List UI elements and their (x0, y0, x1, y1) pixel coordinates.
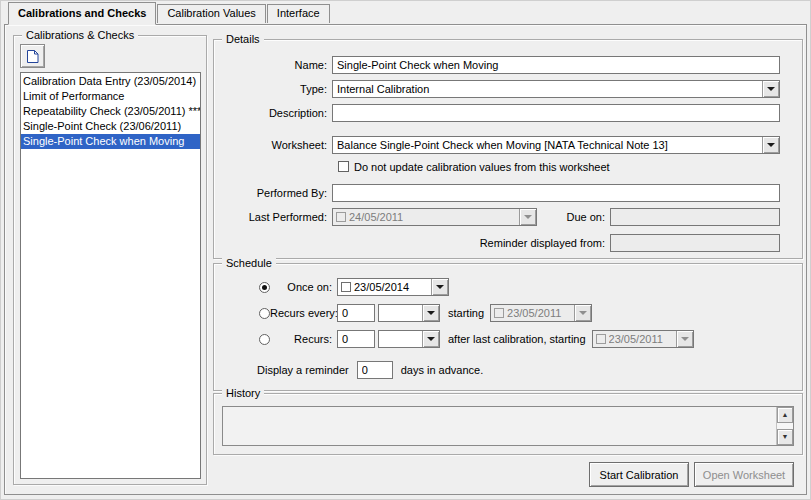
details-group-title: Details (222, 32, 264, 46)
list-item[interactable]: Repeatability Check (23/05/2011) *** (21, 104, 200, 119)
reminder-after-label: days in advance. (401, 364, 484, 376)
date-enable-checkbox-icon (596, 334, 606, 344)
list-item[interactable]: Limit of Performance (21, 89, 200, 104)
description-row: Description: (214, 104, 780, 122)
once-on-label: Once on: (270, 281, 337, 293)
scroll-up-button[interactable]: ▲ (777, 407, 793, 423)
chevron-down-icon (579, 311, 587, 315)
recurs-unit-dropdown-button[interactable] (422, 331, 439, 347)
reminder-before-label: Display a reminder (257, 364, 349, 376)
recurs-every-unit-select[interactable] (378, 304, 440, 322)
new-document-icon (26, 49, 39, 64)
schedule-group: Schedule Once on: 23/05/2014 Recurs ever… (213, 263, 803, 391)
scroll-down-icon: ▼ (782, 433, 789, 440)
new-calibration-button[interactable] (20, 44, 45, 68)
tab-page: Calibrations & Checks Calibration Data E… (4, 24, 807, 495)
recurs-every-starting-dropdown-button (574, 305, 591, 321)
last-performed-value: 24/05/2011 (349, 211, 519, 223)
recurs-every-starting-datepicker: 23/05/2011 (490, 304, 592, 322)
recurs-row: Recurs: after last calibration, starting… (214, 330, 780, 348)
worksheet-value: Balance Single-Point Check when Moving [… (333, 137, 762, 153)
worksheet-row: Worksheet: Balance Single-Point Check wh… (214, 136, 780, 154)
type-dropdown-button[interactable] (762, 81, 779, 97)
recurs-every-label: Recurs every: (270, 307, 337, 319)
type-row: Type: Internal Calibration (214, 80, 780, 98)
recurs-every-radio[interactable] (259, 308, 270, 319)
tab-label: Interface (277, 7, 320, 19)
last-performed-dropdown-button (519, 209, 536, 225)
after-last-calibration-label: after last calibration, starting (448, 333, 586, 345)
calibration-window: { "tabs": [ { "label": "Calibrations and… (0, 0, 811, 500)
reminder-displayed-input (610, 234, 780, 252)
recurs-every-unit-value (379, 305, 422, 321)
calibrations-checks-group: Calibrations & Checks Calibration Data E… (13, 35, 207, 485)
list-item[interactable]: Calibration Data Entry (23/05/2014) (21, 74, 200, 89)
tab-label: Calibrations and Checks (18, 7, 146, 19)
schedule-group-title: Schedule (222, 256, 276, 270)
history-scrollbar[interactable]: ▲ ▼ (776, 407, 793, 445)
chevron-down-icon (681, 337, 689, 341)
once-on-radio[interactable] (259, 282, 270, 293)
list-item-selected[interactable]: Single-Point Check when Moving (21, 134, 200, 149)
history-content (225, 409, 773, 443)
chevron-down-icon (524, 215, 532, 219)
once-on-row: Once on: 23/05/2014 (214, 278, 780, 296)
recurs-unit-value (379, 331, 422, 347)
no-update-checkbox[interactable] (338, 161, 349, 172)
calibrations-list[interactable]: Calibration Data Entry (23/05/2014) Limi… (20, 72, 201, 479)
scroll-up-icon: ▲ (782, 411, 789, 418)
performed-by-input[interactable] (332, 184, 780, 202)
history-box: ▲ ▼ (222, 406, 794, 446)
calibrations-checks-group-title: Calibrations & Checks (22, 28, 138, 42)
worksheet-dropdown-button[interactable] (762, 137, 779, 153)
worksheet-select[interactable]: Balance Single-Point Check when Moving [… (332, 136, 780, 154)
type-label: Type: (214, 83, 332, 95)
name-label: Name: (214, 59, 332, 71)
chevron-down-icon (767, 143, 775, 147)
chevron-down-icon (767, 87, 775, 91)
reminder-displayed-label: Reminder displayed from: (214, 237, 610, 249)
due-on-input (610, 208, 780, 226)
recurs-every-unit-dropdown-button[interactable] (422, 305, 439, 321)
open-worksheet-button[interactable]: Open Worksheet (694, 462, 794, 487)
recurs-every-row: Recurs every: starting 23/05/2011 (214, 304, 780, 322)
reminder-row: Display a reminder days in advance. (214, 361, 780, 379)
once-on-date: 23/05/2014 (354, 281, 431, 293)
tab-bar: Calibrations and Checks Calibration Valu… (8, 2, 331, 25)
tab-calibration-values[interactable]: Calibration Values (157, 4, 265, 23)
recurs-count-input[interactable] (337, 330, 375, 348)
name-input[interactable] (332, 56, 780, 74)
once-on-datepicker[interactable]: 23/05/2014 (337, 278, 449, 296)
date-enable-checkbox-icon (336, 212, 346, 222)
start-calibration-button[interactable]: Start Calibration (589, 462, 689, 487)
history-group-title: History (222, 386, 264, 400)
list-item[interactable]: Single-Point Check (23/06/2011) (21, 119, 200, 134)
recurs-every-starting-date: 23/05/2011 (507, 307, 574, 319)
worksheet-label: Worksheet: (214, 139, 332, 151)
reminder-days-input[interactable] (357, 361, 393, 379)
recurs-starting-dropdown-button (676, 331, 693, 347)
due-on-label: Due on: (537, 211, 610, 223)
last-performed-row: Last Performed: 24/05/2011 Due on: (214, 208, 780, 226)
performed-by-row: Performed By: (214, 184, 780, 202)
starting-label: starting (448, 307, 484, 319)
name-row: Name: (214, 56, 780, 74)
date-enable-checkbox-icon (494, 308, 504, 318)
scroll-down-button[interactable]: ▼ (777, 429, 793, 445)
tab-interface[interactable]: Interface (267, 4, 330, 23)
type-value: Internal Calibration (333, 81, 762, 97)
recurs-unit-select[interactable] (378, 330, 440, 348)
recurs-every-count-input[interactable] (337, 304, 375, 322)
date-enable-checkbox-icon[interactable] (341, 282, 351, 292)
chevron-down-icon (427, 337, 435, 341)
recurs-radio[interactable] (259, 334, 270, 345)
once-on-dropdown-button[interactable] (431, 279, 448, 295)
tab-calibrations-and-checks[interactable]: Calibrations and Checks (8, 2, 156, 25)
description-input[interactable] (332, 104, 780, 122)
chevron-down-icon (436, 285, 444, 289)
no-update-row: Do not update calibration values from th… (338, 160, 610, 173)
type-select[interactable]: Internal Calibration (332, 80, 780, 98)
last-performed-datepicker: 24/05/2011 (332, 208, 537, 226)
recurs-starting-datepicker: 23/05/2011 (592, 330, 694, 348)
recurs-starting-date: 23/05/2011 (609, 333, 676, 345)
